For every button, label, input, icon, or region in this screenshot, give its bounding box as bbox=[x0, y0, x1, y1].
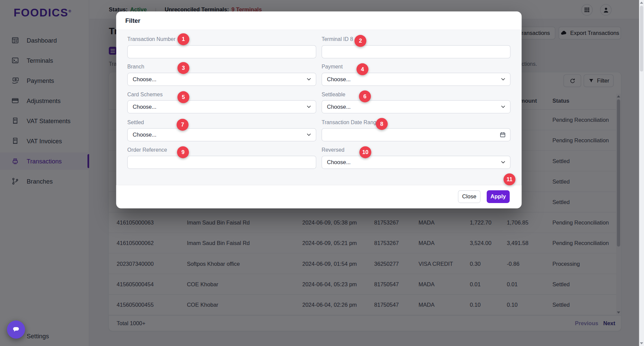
order-reference-input[interactable] bbox=[128, 156, 316, 168]
step-badge-1: 1 bbox=[177, 33, 190, 45]
settled-select[interactable]: Choose... bbox=[127, 128, 316, 141]
filter-modal: Filter Transaction Number Terminal ID 8 … bbox=[116, 11, 522, 208]
modal-header: Filter bbox=[116, 11, 522, 30]
page-scrollbar-thumb[interactable] bbox=[640, 6, 643, 71]
branch-select[interactable]: Choose... bbox=[127, 73, 316, 86]
field-transaction-date-range: Transaction Date Range bbox=[322, 119, 511, 141]
date-range-input[interactable] bbox=[322, 128, 511, 141]
app-window: FOODICS® Dashboard Terminals Payments Ad… bbox=[0, 0, 644, 346]
step-badge-2: 2 bbox=[355, 35, 367, 47]
page-scrollbar[interactable] bbox=[639, 0, 644, 346]
field-label: Order Reference bbox=[127, 147, 316, 153]
field-label: Transaction Number bbox=[127, 36, 316, 42]
terminal-id-input[interactable] bbox=[322, 46, 510, 58]
field-label: Branch bbox=[127, 64, 316, 70]
field-label: Transaction Date Range bbox=[322, 119, 511, 125]
field-order-reference: Order Reference bbox=[127, 147, 316, 169]
field-branch: Branch Choose... bbox=[127, 64, 316, 86]
chevron-down-icon bbox=[500, 77, 506, 82]
step-badge-9: 9 bbox=[177, 146, 189, 158]
step-badge-7: 7 bbox=[177, 119, 189, 131]
modal-footer: Close Apply bbox=[116, 185, 522, 208]
field-card-schemes: Card Schemes Choose... bbox=[127, 91, 316, 113]
modal-title: Filter bbox=[125, 17, 140, 24]
step-badge-6: 6 bbox=[359, 90, 371, 102]
chevron-down-icon bbox=[500, 104, 506, 110]
transaction-number-input[interactable] bbox=[128, 46, 316, 58]
step-badge-5: 5 bbox=[177, 91, 190, 103]
step-badge-4: 4 bbox=[357, 63, 369, 76]
step-badge-10: 10 bbox=[359, 146, 371, 158]
chevron-down-icon bbox=[306, 77, 312, 82]
settleable-select[interactable]: Choose... bbox=[322, 100, 511, 113]
chevron-down-icon bbox=[306, 104, 312, 110]
calendar-icon bbox=[499, 132, 506, 138]
chat-bubble-icon bbox=[11, 325, 21, 334]
page-scroll-down-icon[interactable] bbox=[640, 342, 643, 344]
field-settled: Settled Choose... bbox=[127, 119, 316, 141]
step-badge-8: 8 bbox=[376, 118, 388, 130]
close-button[interactable]: Close bbox=[458, 190, 480, 203]
field-label: Payment bbox=[322, 64, 511, 70]
reversed-select[interactable]: Choose... bbox=[322, 156, 511, 169]
field-transaction-number: Transaction Number bbox=[127, 36, 316, 58]
step-badge-3: 3 bbox=[177, 62, 190, 74]
field-label: Reversed bbox=[322, 147, 511, 153]
payment-select[interactable]: Choose... bbox=[322, 73, 511, 86]
page-scroll-up-icon[interactable] bbox=[640, 2, 643, 4]
field-terminal-id: Terminal ID 8 bbox=[322, 36, 511, 58]
step-badge-11: 11 bbox=[503, 174, 516, 186]
apply-button[interactable]: Apply bbox=[487, 190, 510, 203]
field-label: Card Schemes bbox=[127, 91, 316, 97]
field-label: Terminal ID 8 bbox=[322, 36, 511, 42]
field-settleable: Settleable Choose... bbox=[322, 91, 511, 113]
field-payment: Payment Choose... bbox=[322, 64, 511, 86]
field-reversed: Reversed Choose... bbox=[322, 147, 511, 169]
chevron-down-icon bbox=[500, 159, 506, 165]
card-schemes-select[interactable]: Choose... bbox=[127, 100, 316, 113]
field-label: Settleable bbox=[322, 91, 511, 97]
chevron-down-icon bbox=[306, 132, 312, 138]
chat-launcher-button[interactable] bbox=[7, 320, 25, 339]
field-label: Settled bbox=[127, 119, 316, 125]
